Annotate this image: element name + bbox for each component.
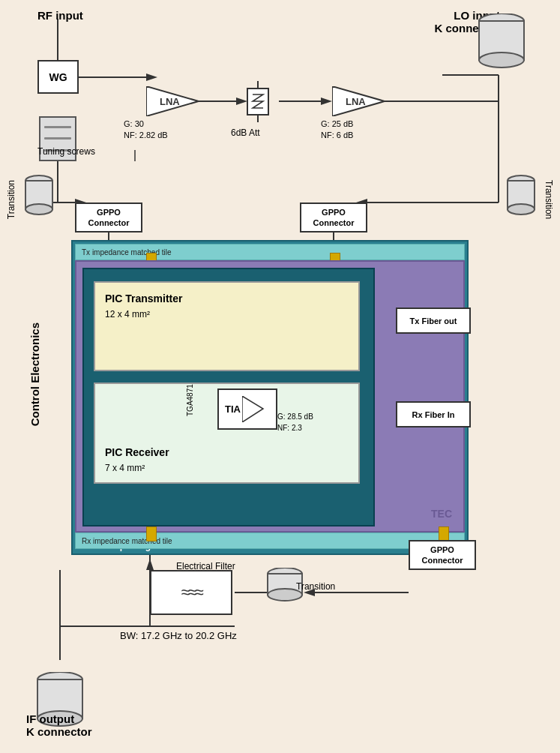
attenuator-svg [236,81,280,122]
tuning-screws-label: Tuning screws [37,146,95,157]
small-cylinder-left [24,175,54,218]
att-label: 6dB Att [231,128,260,138]
tga-label: TGA4871 [186,384,194,416]
transition-right-label: Transition [544,180,554,219]
screw-line-1 [44,126,71,128]
elec-filter-box: ≈≈≈ [150,570,232,615]
svg-marker-8 [321,98,332,105]
if-output-label: IF output K connector [26,712,92,738]
svg-marker-51 [242,396,263,422]
tia-box: TIA [217,388,277,430]
rx-tile: Rx impedance matched tile [75,532,465,549]
svg-point-47 [25,204,52,214]
rx-fiber-in-box: Rx Fiber In [396,401,471,428]
svg-point-50 [508,204,535,214]
svg-point-44 [479,52,524,68]
pic-rx-size: 7 x 4 mm² [105,463,145,473]
tx-fiber-out-box: Tx Fiber out [396,308,471,334]
screw-line-2 [44,137,71,140]
tia-triangle-svg [242,396,265,422]
small-cyl-right-svg [506,175,536,216]
wg-box: WG [37,60,79,94]
tx-tile: Tx impedance matched tile [75,244,465,260]
tec-label: TEC [431,508,452,520]
transition-left-label: Transition [6,180,16,219]
gppo-connector-3: GPPO Connector [409,540,476,570]
diagram-container: RF input LO input K connector WG Tuning … [0,0,560,753]
pic-rx-label: PIC Receiver [105,446,169,458]
lna2-text: LNA [346,96,366,107]
yellow-pin-rx-1 [146,526,157,542]
lna1-text: LNA [160,96,180,107]
gppo-connector-2: GPPO Connector [300,202,367,232]
lna2-specs: G: 25 dB NF: 6 dB [321,118,353,142]
attenuator-container [236,81,280,124]
tia-specs: G: 28.5 dB NF: 2.3 [277,411,313,434]
bw-label: BW: 17.2 GHz to 20.2 GHz [120,630,237,641]
lna1-triangle-svg: LNA [146,86,199,116]
rf-input-label: RF input [37,9,83,22]
control-electronics-label: Control Electronics [28,322,41,426]
lo-k-connector [478,14,526,72]
gppo-connector-1: GPPO Connector [75,202,142,232]
lna2-triangle-svg: LNA [332,86,385,116]
lna1-specs: G: 30 NF: 2.82 dB [124,118,168,142]
svg-marker-35 [146,559,154,570]
lo-cylinder-svg [478,14,526,70]
pic-tx-size: 12 x 4 mm² [105,309,150,320]
filter-waves: ≈≈≈ [181,583,201,602]
yellow-pin-rx-2 [439,526,449,542]
lna2-container: LNA [332,86,385,118]
transition-bottom-label: Transition [296,581,335,592]
lna1-container: LNA [146,86,199,118]
svg-marker-4 [146,74,157,81]
pic-tx-label: PIC Transmitter [105,292,182,304]
small-cyl-left-svg [24,175,54,216]
small-cylinder-right [506,175,536,218]
